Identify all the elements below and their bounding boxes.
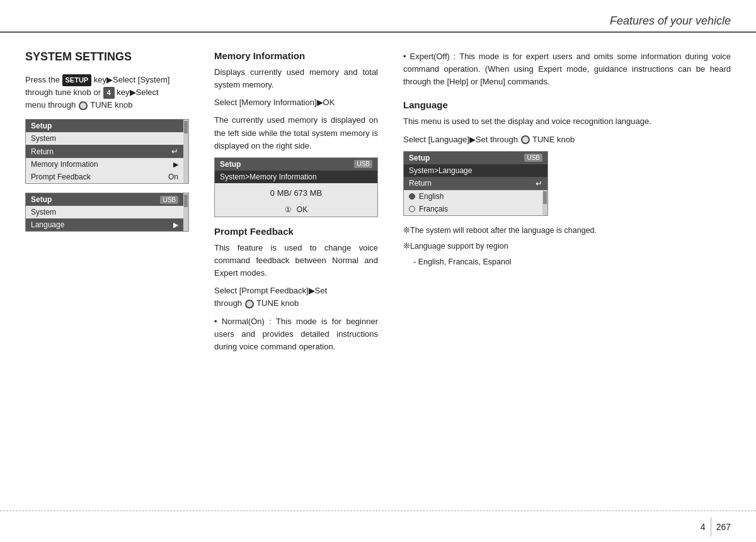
middle-column: Memory Information Displays currently us… bbox=[202, 50, 391, 501]
tune-knob-icon bbox=[79, 101, 88, 110]
screen1-memory-arrow: ▶ bbox=[173, 161, 178, 169]
memory-ok-row: ① OK bbox=[215, 203, 377, 217]
note-support-text: ❊Language support by region bbox=[403, 242, 508, 251]
screen1-return-label: Return bbox=[31, 147, 54, 156]
english-label: English bbox=[419, 192, 444, 201]
memory-ok-label: OK bbox=[297, 205, 307, 214]
screen1-content: Setup System Return ↵ Memory Information… bbox=[26, 120, 183, 183]
memory-screen-setup-label: Setup bbox=[220, 160, 241, 169]
screen1-memory-label: Memory Information bbox=[31, 160, 98, 169]
language-breadcrumb-text: System>Language bbox=[409, 166, 472, 175]
footer-divider bbox=[711, 517, 711, 536]
intro-paragraph: Press the SETUP key▶Select [System] thro… bbox=[25, 74, 189, 111]
language-heading: Language bbox=[403, 99, 731, 110]
memory-para1: Displays currently used memory and total… bbox=[214, 66, 378, 91]
screen2-scrollbar-thumb bbox=[184, 195, 188, 207]
language-row-english: English bbox=[404, 190, 542, 203]
screen2-row-language: Language ▶ bbox=[26, 218, 183, 231]
francais-label: Français bbox=[419, 205, 448, 213]
screen1-setup-label: Setup bbox=[31, 121, 52, 130]
screen2-setup-label: Setup bbox=[31, 195, 52, 204]
screen1-row-memory: Memory Information ▶ bbox=[26, 158, 183, 171]
prompt-para2: Select [Prompt Feedback]▶Setthrough TUNE… bbox=[214, 285, 378, 310]
language-screen-breadcrumb: System>Language bbox=[404, 164, 547, 177]
expert-bullet: • Expert(Off) : This mode is for expert … bbox=[403, 50, 731, 88]
screen1-row-system: System bbox=[26, 132, 183, 145]
prompt-bullet1: • Normal(On) : This mode is for beginner… bbox=[214, 315, 378, 353]
memory-screen-mockup: Setup USB System>Memory Information 0 MB… bbox=[214, 157, 378, 217]
english-radio-filled bbox=[409, 193, 415, 200]
screen2-system-label: System bbox=[31, 208, 56, 217]
screen-mockup-2: Setup USB System Language ▶ bbox=[25, 193, 189, 232]
screen2-with-scroll: Setup USB System Language ▶ bbox=[26, 193, 188, 231]
footer-chapter: 4 bbox=[701, 522, 706, 532]
memory-screen-header: Setup USB bbox=[215, 158, 377, 171]
screen2-language-label: Language bbox=[31, 220, 64, 229]
note-reboot: ❊The system will reboot after the langua… bbox=[403, 225, 731, 237]
note-languages-text: - English, Francais, Espanol bbox=[413, 257, 512, 266]
language-screen-content: English Français bbox=[404, 190, 542, 215]
language-screen-mockup: Setup USB System>Language Return ↵ Engli… bbox=[403, 151, 548, 216]
note-languages: - English, Francais, Espanol bbox=[413, 256, 731, 268]
prompt-para1: This feature is used to change voice com… bbox=[214, 242, 378, 279]
note-support: ❊Language support by region bbox=[403, 240, 731, 252]
screen1-return-icon: ↵ bbox=[171, 147, 178, 156]
section-title: SYSTEM SETTINGS bbox=[25, 50, 189, 64]
screen2-content: Setup USB System Language ▶ bbox=[26, 193, 183, 231]
screen2-scrollbar bbox=[183, 193, 188, 231]
screen1-prompt-value: On bbox=[168, 172, 178, 181]
footer-page-number: 267 bbox=[716, 522, 731, 532]
memory-para2: Select [Memory Information]▶OK bbox=[214, 96, 378, 109]
note-reboot-text: ❊The system will reboot after the langua… bbox=[403, 226, 597, 235]
memory-ok-number: ① bbox=[285, 205, 292, 214]
memory-display: 0 MB/ 673 MB bbox=[215, 183, 377, 203]
screen1-scrollbar-thumb bbox=[184, 121, 188, 133]
language-row-francais: Français bbox=[404, 203, 542, 215]
screen2-usb-badge: USB bbox=[160, 196, 178, 204]
memory-screen-usb-badge: USB bbox=[354, 160, 372, 168]
memory-screen-breadcrumb: System>Memory Information bbox=[215, 171, 377, 183]
language-return-label: Return bbox=[409, 179, 432, 188]
prompt-tune-knob bbox=[245, 300, 254, 308]
setup-key-badge: SETUP bbox=[62, 74, 92, 86]
screen2-header: Setup USB bbox=[26, 193, 183, 206]
language-para1: This menu is used to set the display and… bbox=[403, 115, 731, 128]
expert-bullet-text: Expert(Off) : This mode is for expert us… bbox=[403, 52, 731, 86]
language-screen-scrollbar bbox=[542, 190, 547, 215]
screen2-row-system: System bbox=[26, 206, 183, 218]
screen1-system-label: System bbox=[31, 134, 56, 143]
left-column: SYSTEM SETTINGS Press the SETUP key▶Sele… bbox=[25, 50, 202, 501]
screen1-row-return: Return ↵ bbox=[26, 145, 183, 158]
language-tune-knob bbox=[521, 135, 530, 144]
language-screen-setup-label: Setup bbox=[409, 154, 430, 162]
right-column: • Expert(Off) : This mode is for expert … bbox=[391, 50, 731, 501]
memory-heading: Memory Information bbox=[214, 50, 378, 61]
header-title: Features of your vehicle bbox=[610, 14, 731, 28]
language-scrollbar-thumb bbox=[543, 191, 547, 204]
language-screen-lang-rows: English Français bbox=[404, 190, 547, 215]
francais-radio-empty bbox=[409, 206, 415, 212]
memory-breadcrumb-text: System>Memory Information bbox=[220, 172, 317, 181]
screen-mockup-1: Setup System Return ↵ Memory Information… bbox=[25, 119, 189, 184]
main-content: SYSTEM SETTINGS Press the SETUP key▶Sele… bbox=[0, 38, 756, 507]
key4-badge: 4 bbox=[103, 87, 115, 99]
language-return-icon: ↵ bbox=[536, 179, 542, 188]
screen2-language-arrow: ▶ bbox=[173, 221, 178, 229]
page-footer: 4 267 bbox=[0, 511, 756, 542]
screen1-with-scroll: Setup System Return ↵ Memory Information… bbox=[26, 120, 188, 183]
page-header: Features of your vehicle bbox=[0, 0, 756, 33]
memory-para3: The currently used memory is displayed o… bbox=[214, 114, 378, 152]
screen1-header: Setup bbox=[26, 120, 183, 132]
screen1-row-prompt: Prompt Feedback On bbox=[26, 171, 183, 183]
prompt-heading: Prompt Feedback bbox=[214, 226, 378, 237]
language-screen-return: Return ↵ bbox=[404, 177, 547, 190]
screen1-scrollbar bbox=[183, 120, 188, 183]
screen1-prompt-label: Prompt Feedback bbox=[31, 172, 91, 181]
language-para2: Select [Language]▶Set through TUNE knob bbox=[403, 133, 731, 146]
language-screen-usb-badge: USB bbox=[524, 154, 542, 162]
language-screen-header: Setup USB bbox=[404, 152, 547, 164]
